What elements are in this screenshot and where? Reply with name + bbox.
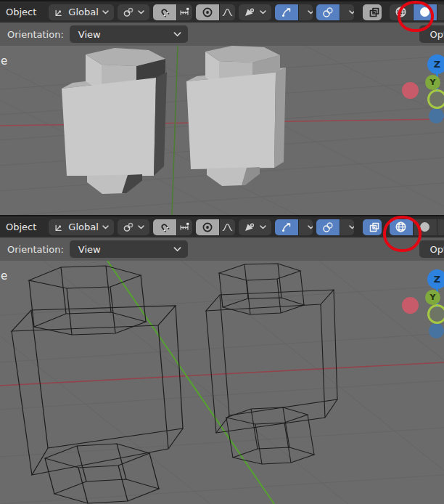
orientation-dropdown-label: Global xyxy=(68,221,98,232)
viewport-header: Object Global xyxy=(0,215,444,237)
gizmo-minus-y-ring[interactable] xyxy=(427,89,444,109)
bolt-wireframe-left xyxy=(12,266,183,503)
orientation-select-value: View xyxy=(78,29,101,40)
xray-toggle-button[interactable] xyxy=(363,4,382,20)
blender-double-viewport: Object Global xyxy=(0,0,444,504)
options-button-label: Opt xyxy=(429,29,444,40)
edge-cutoff-label: e xyxy=(1,54,7,68)
viewport-3d-solid[interactable]: e Z Y xyxy=(0,46,444,215)
overlays-group xyxy=(316,219,354,235)
chevron-down-icon xyxy=(102,225,109,229)
chevron-down-icon xyxy=(173,247,181,252)
options-button[interactable]: Opt xyxy=(419,240,444,258)
magnet-icon xyxy=(159,221,170,233)
gizmos-toggle-button[interactable] xyxy=(275,219,298,235)
proportional-edit-icon xyxy=(202,7,213,18)
snap-target-dropdown[interactable] xyxy=(118,4,149,20)
orientation-select[interactable]: View xyxy=(70,25,188,43)
mode-selector[interactable]: Object xyxy=(6,7,36,17)
gizmos-dropdown[interactable] xyxy=(299,4,313,20)
chevron-down-icon xyxy=(102,10,109,15)
shading-material-button[interactable] xyxy=(437,219,444,235)
chevron-down-icon xyxy=(138,10,144,15)
overlays-icon xyxy=(322,7,334,18)
cone-eye-icon xyxy=(244,221,256,233)
gizmo-z-axis-ball[interactable]: Z xyxy=(427,54,444,74)
proportional-falloff-dropdown[interactable] xyxy=(220,219,235,235)
snap-target-icon xyxy=(123,7,134,18)
annotation-ring-wireframe-button xyxy=(383,216,422,252)
axes-icon xyxy=(54,222,65,232)
chevron-down-icon xyxy=(349,10,354,15)
gizmos-toggle-button[interactable] xyxy=(275,4,298,20)
overlays-toggle-button[interactable] xyxy=(316,4,340,20)
proportional-edit-button[interactable] xyxy=(196,219,219,235)
gizmo-minus-z-ball[interactable] xyxy=(429,108,444,123)
chevron-down-icon xyxy=(138,225,144,229)
bolt-solid-left xyxy=(62,48,167,194)
snap-increment-dropdown[interactable] xyxy=(177,219,192,235)
mode-selector[interactable]: Object xyxy=(6,221,36,232)
transform-orientation-dropdown[interactable]: Global xyxy=(49,4,113,20)
snap-increment-dropdown[interactable] xyxy=(177,4,192,20)
transform-orientation-dropdown[interactable]: Global xyxy=(49,219,113,235)
falloff-curve-icon xyxy=(222,7,233,18)
viewport-3d-wireframe[interactable]: e Z Y xyxy=(0,261,444,504)
gizmo-minus-z-ball[interactable] xyxy=(429,323,444,338)
proportional-edit-group xyxy=(196,4,235,20)
overlays-dropdown[interactable] xyxy=(340,219,354,235)
proportional-edit-button[interactable] xyxy=(196,4,219,20)
xray-icon xyxy=(369,7,380,18)
viewport-panel-solid: Object Global xyxy=(0,0,444,215)
snap-target-icon xyxy=(123,221,134,233)
chevron-down-icon xyxy=(260,225,266,229)
magnet-icon xyxy=(159,7,170,18)
snap-toggle-button[interactable] xyxy=(153,4,176,20)
gizmo-minus-y-ring[interactable] xyxy=(427,304,444,324)
gizmo-x-axis-ball[interactable] xyxy=(402,297,419,314)
tool-settings-band: Orientation: View Opt xyxy=(0,237,444,261)
viewport-panel-wireframe: Object Global xyxy=(0,215,444,504)
snap-target-dropdown[interactable] xyxy=(118,219,149,235)
chevron-down-icon xyxy=(308,10,313,15)
falloff-curve-icon xyxy=(222,221,233,233)
chevron-down-icon xyxy=(349,225,354,229)
visibility-dropdown[interactable] xyxy=(239,4,271,20)
gizmo-y-axis-ball[interactable]: Y xyxy=(425,290,440,305)
orientation-dropdown-label: Global xyxy=(68,7,98,17)
chevron-down-icon xyxy=(173,32,181,37)
orientation-field-label: Orientation: xyxy=(7,244,64,255)
xray-group xyxy=(363,4,382,20)
orientation-field-label: Orientation: xyxy=(7,29,64,40)
overlays-dropdown[interactable] xyxy=(340,4,354,20)
visibility-dropdown[interactable] xyxy=(239,219,271,235)
tool-settings-band: Orientation: View Opt xyxy=(0,23,444,46)
proportional-edit-group xyxy=(196,219,235,235)
chevron-down-icon xyxy=(308,225,313,229)
gizmos-group xyxy=(275,4,313,20)
x-axis-line xyxy=(0,362,444,386)
shading-material-button[interactable] xyxy=(437,4,444,20)
gizmo-z-axis-ball[interactable]: Z xyxy=(427,269,444,289)
overlays-icon xyxy=(322,221,334,233)
snap-toggle-button[interactable] xyxy=(153,219,176,235)
y-axis-line xyxy=(107,261,274,504)
chevron-down-icon xyxy=(260,10,266,15)
gizmo-x-axis-ball[interactable] xyxy=(402,82,419,99)
overlays-group xyxy=(316,4,354,20)
gizmo-y-axis-ball[interactable]: Y xyxy=(425,75,440,90)
increment-snap-icon xyxy=(179,7,190,18)
annotation-ring-solid-button xyxy=(398,1,434,32)
snap-group xyxy=(153,219,192,235)
axes-icon xyxy=(54,7,65,17)
proportional-falloff-dropdown[interactable] xyxy=(220,4,235,20)
gizmos-dropdown[interactable] xyxy=(299,219,313,235)
scene-wireframe xyxy=(0,261,444,504)
gizmo-arrow-icon xyxy=(281,7,292,18)
orientation-select[interactable]: View xyxy=(70,240,188,258)
snap-group xyxy=(153,4,192,20)
xray-group xyxy=(363,219,382,235)
bolt-solid-right xyxy=(186,46,286,186)
xray-toggle-button[interactable] xyxy=(363,219,382,235)
overlays-toggle-button[interactable] xyxy=(316,219,340,235)
